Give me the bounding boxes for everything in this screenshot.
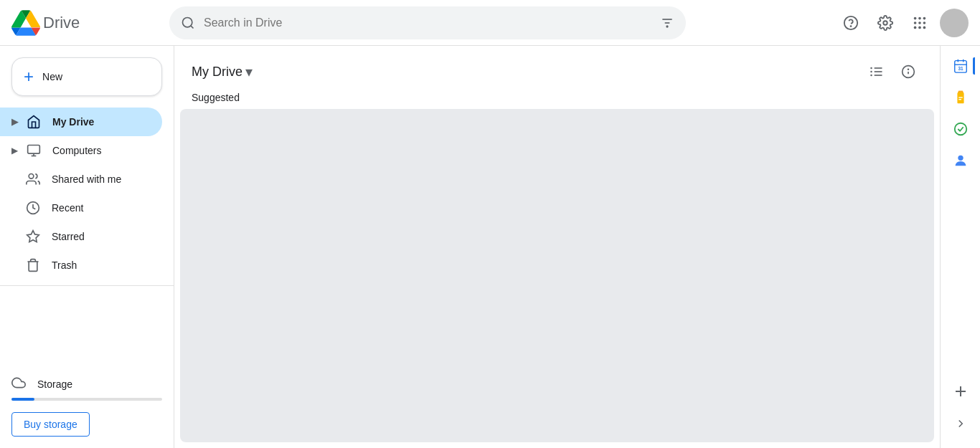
drive-icon (27, 115, 41, 129)
svg-point-13 (918, 22, 921, 24)
sidebar-item-label-shared: Shared with me (52, 173, 121, 185)
svg-point-41 (958, 156, 963, 161)
sidebar-item-starred[interactable]: Starred (0, 222, 162, 251)
content-area (180, 109, 934, 442)
header-actions (837, 9, 969, 37)
main-header: My Drive ▾ (174, 46, 940, 86)
star-icon (26, 229, 40, 244)
drive-logo-icon (11, 9, 40, 37)
suggested-label: Suggested (174, 86, 940, 109)
svg-point-8 (883, 21, 887, 25)
logo-area: Drive (11, 9, 169, 37)
help-button[interactable] (837, 9, 865, 37)
buy-storage-button[interactable]: Buy storage (11, 412, 90, 437)
search-input[interactable] (204, 16, 651, 29)
settings-button[interactable] (871, 9, 900, 37)
tasks-app-button[interactable] (946, 115, 975, 143)
storage-bar-background (11, 398, 162, 401)
drive-title-area: My Drive ▾ (192, 63, 253, 80)
add-apps-button[interactable] (946, 377, 975, 406)
svg-point-5 (666, 26, 668, 27)
sidebar-item-my-drive[interactable]: ▶ My Drive (0, 108, 162, 136)
trash-icon (26, 258, 40, 272)
main-title: My Drive (192, 65, 242, 80)
new-button[interactable]: + New (11, 57, 162, 96)
search-icon (181, 16, 195, 30)
svg-point-21 (29, 174, 34, 179)
sidebar-item-label-computers: Computers (52, 145, 101, 156)
svg-marker-23 (27, 231, 39, 242)
avatar[interactable] (940, 9, 969, 37)
svg-point-40 (954, 123, 966, 135)
sidebar-item-trash[interactable]: Trash (0, 251, 162, 280)
main-content: My Drive ▾ (174, 46, 940, 448)
storage-section: Storage Buy storage (0, 370, 174, 442)
app-header: Drive (0, 0, 980, 46)
sidebar-item-label-trash: Trash (52, 259, 77, 271)
computer-icon (27, 143, 41, 158)
svg-point-14 (923, 22, 926, 24)
cloud-icon (11, 376, 26, 392)
new-button-label: New (42, 71, 62, 82)
app-body: + New ▶ My Drive ▶ (0, 46, 980, 448)
new-button-wrap: + New (0, 52, 174, 108)
sidebar-item-label-starred: Starred (52, 231, 85, 242)
apps-button[interactable] (905, 9, 934, 37)
svg-point-11 (923, 16, 926, 19)
right-panel: 31 (940, 46, 980, 448)
sidebar-item-label-my-drive: My Drive (52, 116, 94, 128)
svg-point-10 (918, 16, 921, 19)
collapse-panel-icon[interactable] (948, 411, 973, 439)
calendar-app-button[interactable]: 31 (946, 52, 975, 80)
svg-point-15 (914, 26, 917, 29)
svg-point-16 (918, 26, 921, 29)
new-plus-icon: + (24, 68, 34, 85)
svg-point-17 (923, 26, 926, 29)
svg-text:31: 31 (958, 66, 963, 71)
svg-rect-18 (28, 146, 40, 154)
app-name: Drive (43, 14, 80, 32)
sidebar-item-computers[interactable]: ▶ Computers (0, 136, 162, 165)
storage-label-row: Storage (11, 376, 162, 392)
list-view-button[interactable] (862, 57, 891, 86)
main-scroll-area: Suggested (174, 86, 940, 448)
title-dropdown-icon[interactable]: ▾ (245, 63, 253, 80)
contacts-app-button[interactable] (946, 146, 975, 175)
main-toolbar (862, 57, 923, 86)
sidebar-item-shared-with-me[interactable]: Shared with me (0, 165, 162, 194)
expand-arrow-icon: ▶ (11, 117, 18, 127)
sidebar-item-recent[interactable]: Recent (0, 194, 162, 222)
expand-arrow-computers-icon: ▶ (11, 146, 18, 156)
svg-line-1 (191, 25, 194, 28)
keep-app-button[interactable] (946, 83, 975, 112)
svg-point-12 (914, 22, 917, 24)
sidebar: + New ▶ My Drive ▶ (0, 46, 174, 448)
sidebar-item-label-recent: Recent (52, 202, 83, 214)
clock-icon (26, 201, 40, 215)
storage-bar-fill (11, 398, 34, 401)
sidebar-divider (0, 285, 174, 286)
info-button[interactable] (894, 57, 923, 86)
people-icon (26, 172, 40, 186)
svg-point-9 (914, 16, 917, 19)
svg-point-0 (183, 17, 192, 27)
search-filter-icon[interactable] (660, 16, 674, 30)
search-bar[interactable] (169, 6, 686, 39)
storage-text: Storage (37, 378, 72, 390)
